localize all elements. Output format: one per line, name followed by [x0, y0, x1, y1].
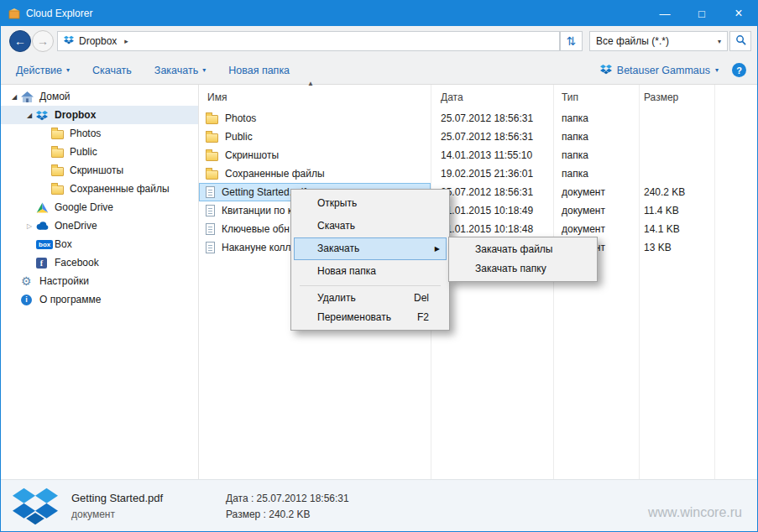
folder-icon: [51, 128, 67, 139]
forward-button[interactable]: →: [32, 30, 54, 52]
sort-ascending-icon: ▲: [307, 80, 314, 87]
sidebar-item-label: Скриншоты: [70, 164, 123, 176]
column-header-type[interactable]: Тип: [553, 91, 639, 103]
expanded-triangle-icon[interactable]: ◢: [23, 112, 36, 119]
file-type: документ: [553, 223, 639, 235]
column-header-date[interactable]: Дата: [431, 91, 553, 103]
folder-icon: [206, 152, 218, 161]
download-button[interactable]: Скачать: [92, 65, 132, 76]
dropbox-logo: [13, 486, 58, 526]
breadcrumb[interactable]: Dropbox ▸: [57, 31, 560, 51]
minimize-button[interactable]: —: [646, 1, 683, 26]
search-button[interactable]: [729, 31, 751, 51]
context-menu-download[interactable]: Скачать: [294, 215, 447, 237]
file-size: 14.1 KB: [639, 223, 714, 235]
sidebar-item-facebook[interactable]: f Facebook: [1, 253, 198, 272]
maximize-button[interactable]: □: [683, 1, 720, 26]
toolbar-right: Betauser Gammaus ▾ ?: [600, 63, 757, 77]
sidebar-item-label: Настройки: [39, 275, 89, 287]
collapsed-triangle-icon[interactable]: ▷: [23, 222, 36, 230]
titlebar: Cloud Explorer — □ ×: [1, 1, 757, 26]
sidebar-item-about[interactable]: i О программе: [1, 290, 198, 309]
column-separator: [714, 85, 715, 479]
sidebar-item-settings[interactable]: ⚙ Настройки: [1, 272, 198, 290]
expanded-triangle-icon[interactable]: ◢: [8, 93, 21, 101]
new-folder-button[interactable]: Новая папка: [228, 65, 290, 76]
sidebar-item-box[interactable]: box Box: [1, 235, 198, 253]
column-header-name[interactable]: Имя: [199, 85, 431, 109]
file-filter-dropdown[interactable]: Все файлы (*.*) ▾: [589, 31, 728, 51]
back-button[interactable]: ←: [9, 30, 31, 52]
status-file-date: Дата : 25.07.2012 18:56:31: [226, 493, 349, 504]
file-type: папка: [553, 131, 639, 143]
breadcrumb-item[interactable]: Dropbox: [79, 35, 117, 47]
document-icon: [206, 186, 215, 198]
file-row-public[interactable]: Public 25.07.2012 18:56:31 папка: [199, 128, 756, 146]
sidebar-item-onedrive[interactable]: ▷ OneDrive: [1, 216, 198, 235]
google-drive-icon: [36, 202, 52, 213]
sidebar-item-home[interactable]: ◢ Домой: [1, 87, 198, 106]
folder-icon: [206, 115, 218, 124]
account-name: Betauser Gammaus: [617, 65, 710, 76]
breadcrumb-chevron-icon[interactable]: ▸: [124, 37, 128, 45]
chevron-down-icon: ▾: [718, 38, 721, 45]
folder-icon: [206, 170, 218, 180]
file-row-getting-started[interactable]: Getting Started.pdf 25.07.2012 18:56:31 …: [199, 183, 756, 201]
column-header-size[interactable]: Размер: [639, 91, 714, 103]
account-menu-button[interactable]: Betauser Gammaus ▾: [600, 64, 719, 77]
file-name: Ключевые обн: [222, 223, 290, 235]
column-separator: [639, 85, 640, 479]
sidebar-item-dropbox[interactable]: ◢ Dropbox: [1, 106, 198, 124]
folder-icon: [51, 184, 67, 195]
chevron-down-icon: ▾: [715, 66, 719, 74]
file-row-photos[interactable]: Photos 25.07.2012 18:56:31 папка: [199, 109, 756, 128]
sidebar-item-public[interactable]: Public: [1, 143, 198, 161]
file-row-saved-files[interactable]: Сохраненные файлы 19.02.2015 21:36:01 па…: [199, 164, 756, 183]
action-menu-button[interactable]: Действие ▾: [16, 65, 70, 76]
sidebar-item-label: Сохраненные файлы: [70, 183, 170, 195]
context-menu-open[interactable]: Открыть: [294, 192, 447, 215]
status-bar: Getting Started.pdf документ Дата : 25.0…: [1, 479, 757, 532]
column-separator: [553, 85, 554, 479]
file-row-screenshots[interactable]: Скриншоты 14.01.2013 11:55:10 папка: [199, 146, 756, 164]
upload-label: Закачать: [154, 65, 198, 76]
file-row-receipts[interactable]: Квитанции по к 21.01.2015 10:18:49 докум…: [199, 201, 756, 220]
context-menu-upload[interactable]: Закачать ▶: [294, 237, 447, 260]
sidebar-item-label: О программе: [39, 294, 101, 305]
app-window: Cloud Explorer — □ × ← → Dropbox ▸ ⇅: [0, 0, 758, 532]
gear-icon: ⚙: [21, 275, 37, 287]
document-icon: [206, 223, 215, 235]
file-type: документ: [553, 186, 639, 198]
sidebar-item-label: Public: [70, 146, 97, 158]
selected-file-info: Getting Started.pdf документ: [71, 492, 214, 520]
window-controls: — □ ×: [646, 1, 757, 26]
sidebar-item-photos[interactable]: Photos: [1, 124, 198, 143]
help-button[interactable]: ?: [732, 63, 746, 77]
sidebar-item-saved-files[interactable]: Сохраненные файлы: [1, 180, 198, 198]
sidebar-item-label: Google Drive: [55, 201, 113, 213]
submenu-upload-folder[interactable]: Закачать папку: [452, 259, 594, 279]
submenu-upload-files[interactable]: Закачать файлы: [452, 240, 594, 259]
close-button[interactable]: ×: [720, 1, 757, 26]
context-menu-new-folder[interactable]: Новая папка: [294, 260, 447, 283]
toolbar: Действие ▾ Скачать Закачать ▾ Новая папк…: [1, 56, 757, 85]
context-menu-rename[interactable]: Переименовать F2: [294, 308, 447, 327]
sidebar-item-label: Photos: [70, 128, 101, 139]
file-size: 13 KB: [639, 242, 714, 253]
refresh-button[interactable]: ⇅: [560, 31, 583, 51]
context-menu-delete[interactable]: Удалить Del: [294, 289, 447, 308]
sidebar-item-google-drive[interactable]: Google Drive: [1, 198, 198, 216]
file-row-key-updates[interactable]: Ключевые обн 21.01.2015 10:18:48 докумен…: [199, 220, 756, 238]
sidebar-item-screenshots[interactable]: Скриншоты: [1, 161, 198, 180]
list-header: Имя Дата Тип Размер: [199, 85, 756, 109]
folder-icon: [206, 133, 218, 143]
status-file-type: документ: [71, 509, 214, 520]
file-date: 25.07.2012 18:56:31: [431, 131, 553, 143]
upload-menu-button[interactable]: Закачать ▾: [154, 65, 206, 76]
sidebar-item-label: Домой: [39, 91, 71, 102]
file-name: Квитанции по к: [222, 205, 292, 216]
sidebar-item-label: Box: [55, 238, 72, 250]
document-icon: [206, 205, 215, 216]
file-size: 11.4 KB: [639, 205, 714, 216]
context-menu: Открыть Скачать Закачать ▶ Новая папка У…: [290, 189, 450, 331]
